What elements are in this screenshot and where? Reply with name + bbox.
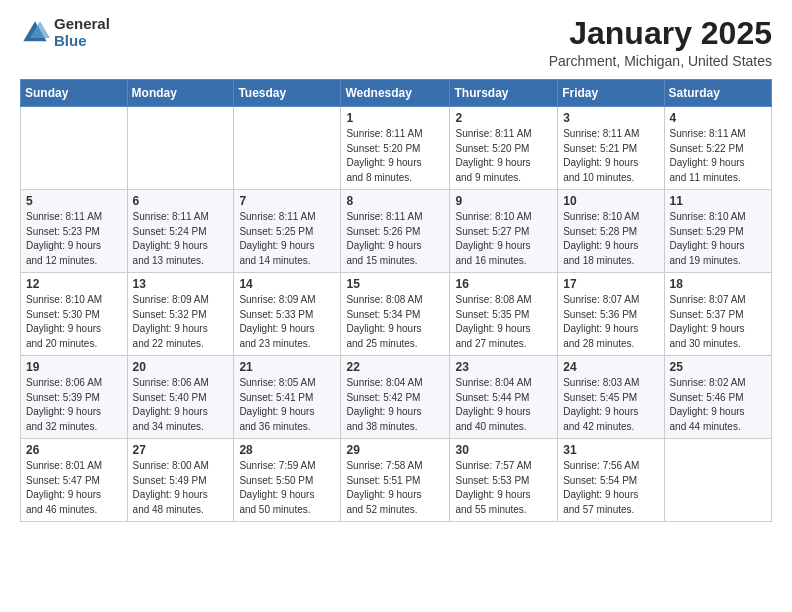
calendar-table: SundayMondayTuesdayWednesdayThursdayFrid… bbox=[20, 79, 772, 522]
calendar-cell bbox=[664, 439, 771, 522]
day-number: 2 bbox=[455, 111, 552, 125]
day-info: Sunrise: 8:11 AM Sunset: 5:20 PM Dayligh… bbox=[455, 127, 552, 185]
day-info: Sunrise: 8:11 AM Sunset: 5:20 PM Dayligh… bbox=[346, 127, 444, 185]
calendar-cell: 14Sunrise: 8:09 AM Sunset: 5:33 PM Dayli… bbox=[234, 273, 341, 356]
logo: General Blue bbox=[20, 16, 110, 49]
day-of-week-header: Thursday bbox=[450, 80, 558, 107]
day-number: 24 bbox=[563, 360, 658, 374]
day-of-week-header: Friday bbox=[558, 80, 664, 107]
day-number: 16 bbox=[455, 277, 552, 291]
day-info: Sunrise: 8:11 AM Sunset: 5:24 PM Dayligh… bbox=[133, 210, 229, 268]
calendar-cell: 13Sunrise: 8:09 AM Sunset: 5:32 PM Dayli… bbox=[127, 273, 234, 356]
day-info: Sunrise: 8:11 AM Sunset: 5:25 PM Dayligh… bbox=[239, 210, 335, 268]
location-title: Parchment, Michigan, United States bbox=[549, 53, 772, 69]
logo-blue-text: Blue bbox=[54, 33, 110, 50]
calendar-cell: 26Sunrise: 8:01 AM Sunset: 5:47 PM Dayli… bbox=[21, 439, 128, 522]
header: General Blue January 2025 Parchment, Mic… bbox=[20, 16, 772, 69]
day-info: Sunrise: 8:09 AM Sunset: 5:32 PM Dayligh… bbox=[133, 293, 229, 351]
day-info: Sunrise: 7:56 AM Sunset: 5:54 PM Dayligh… bbox=[563, 459, 658, 517]
calendar-cell: 16Sunrise: 8:08 AM Sunset: 5:35 PM Dayli… bbox=[450, 273, 558, 356]
day-info: Sunrise: 8:09 AM Sunset: 5:33 PM Dayligh… bbox=[239, 293, 335, 351]
calendar-cell: 7Sunrise: 8:11 AM Sunset: 5:25 PM Daylig… bbox=[234, 190, 341, 273]
calendar-cell: 2Sunrise: 8:11 AM Sunset: 5:20 PM Daylig… bbox=[450, 107, 558, 190]
day-info: Sunrise: 8:05 AM Sunset: 5:41 PM Dayligh… bbox=[239, 376, 335, 434]
day-number: 25 bbox=[670, 360, 766, 374]
day-number: 3 bbox=[563, 111, 658, 125]
day-info: Sunrise: 8:07 AM Sunset: 5:36 PM Dayligh… bbox=[563, 293, 658, 351]
day-info: Sunrise: 8:11 AM Sunset: 5:23 PM Dayligh… bbox=[26, 210, 122, 268]
day-number: 4 bbox=[670, 111, 766, 125]
title-block: January 2025 Parchment, Michigan, United… bbox=[549, 16, 772, 69]
calendar-cell: 22Sunrise: 8:04 AM Sunset: 5:42 PM Dayli… bbox=[341, 356, 450, 439]
day-number: 10 bbox=[563, 194, 658, 208]
day-number: 5 bbox=[26, 194, 122, 208]
logo-icon bbox=[20, 18, 50, 48]
calendar-cell: 27Sunrise: 8:00 AM Sunset: 5:49 PM Dayli… bbox=[127, 439, 234, 522]
day-info: Sunrise: 8:04 AM Sunset: 5:44 PM Dayligh… bbox=[455, 376, 552, 434]
day-number: 1 bbox=[346, 111, 444, 125]
calendar-week-row: 19Sunrise: 8:06 AM Sunset: 5:39 PM Dayli… bbox=[21, 356, 772, 439]
calendar-cell: 8Sunrise: 8:11 AM Sunset: 5:26 PM Daylig… bbox=[341, 190, 450, 273]
calendar-cell bbox=[234, 107, 341, 190]
day-info: Sunrise: 7:59 AM Sunset: 5:50 PM Dayligh… bbox=[239, 459, 335, 517]
day-number: 17 bbox=[563, 277, 658, 291]
calendar-cell: 5Sunrise: 8:11 AM Sunset: 5:23 PM Daylig… bbox=[21, 190, 128, 273]
calendar-cell: 21Sunrise: 8:05 AM Sunset: 5:41 PM Dayli… bbox=[234, 356, 341, 439]
calendar-cell: 15Sunrise: 8:08 AM Sunset: 5:34 PM Dayli… bbox=[341, 273, 450, 356]
day-number: 30 bbox=[455, 443, 552, 457]
day-number: 29 bbox=[346, 443, 444, 457]
calendar-cell: 28Sunrise: 7:59 AM Sunset: 5:50 PM Dayli… bbox=[234, 439, 341, 522]
day-number: 20 bbox=[133, 360, 229, 374]
day-info: Sunrise: 8:06 AM Sunset: 5:39 PM Dayligh… bbox=[26, 376, 122, 434]
calendar-cell: 17Sunrise: 8:07 AM Sunset: 5:36 PM Dayli… bbox=[558, 273, 664, 356]
calendar-cell: 19Sunrise: 8:06 AM Sunset: 5:39 PM Dayli… bbox=[21, 356, 128, 439]
day-number: 22 bbox=[346, 360, 444, 374]
calendar-week-row: 5Sunrise: 8:11 AM Sunset: 5:23 PM Daylig… bbox=[21, 190, 772, 273]
day-number: 12 bbox=[26, 277, 122, 291]
day-of-week-header: Sunday bbox=[21, 80, 128, 107]
day-number: 18 bbox=[670, 277, 766, 291]
day-info: Sunrise: 8:11 AM Sunset: 5:26 PM Dayligh… bbox=[346, 210, 444, 268]
day-info: Sunrise: 8:11 AM Sunset: 5:22 PM Dayligh… bbox=[670, 127, 766, 185]
logo-general-text: General bbox=[54, 16, 110, 33]
calendar-cell: 6Sunrise: 8:11 AM Sunset: 5:24 PM Daylig… bbox=[127, 190, 234, 273]
day-info: Sunrise: 8:11 AM Sunset: 5:21 PM Dayligh… bbox=[563, 127, 658, 185]
day-number: 8 bbox=[346, 194, 444, 208]
day-info: Sunrise: 8:10 AM Sunset: 5:30 PM Dayligh… bbox=[26, 293, 122, 351]
calendar-cell: 18Sunrise: 8:07 AM Sunset: 5:37 PM Dayli… bbox=[664, 273, 771, 356]
calendar-week-row: 12Sunrise: 8:10 AM Sunset: 5:30 PM Dayli… bbox=[21, 273, 772, 356]
day-number: 26 bbox=[26, 443, 122, 457]
day-number: 11 bbox=[670, 194, 766, 208]
day-number: 19 bbox=[26, 360, 122, 374]
day-info: Sunrise: 7:57 AM Sunset: 5:53 PM Dayligh… bbox=[455, 459, 552, 517]
calendar-week-row: 1Sunrise: 8:11 AM Sunset: 5:20 PM Daylig… bbox=[21, 107, 772, 190]
calendar-cell: 20Sunrise: 8:06 AM Sunset: 5:40 PM Dayli… bbox=[127, 356, 234, 439]
day-of-week-header: Saturday bbox=[664, 80, 771, 107]
day-of-week-header: Wednesday bbox=[341, 80, 450, 107]
day-info: Sunrise: 8:07 AM Sunset: 5:37 PM Dayligh… bbox=[670, 293, 766, 351]
day-number: 31 bbox=[563, 443, 658, 457]
calendar-cell: 3Sunrise: 8:11 AM Sunset: 5:21 PM Daylig… bbox=[558, 107, 664, 190]
calendar-cell: 23Sunrise: 8:04 AM Sunset: 5:44 PM Dayli… bbox=[450, 356, 558, 439]
day-info: Sunrise: 8:10 AM Sunset: 5:28 PM Dayligh… bbox=[563, 210, 658, 268]
day-of-week-header: Monday bbox=[127, 80, 234, 107]
logo-text: General Blue bbox=[54, 16, 110, 49]
day-number: 23 bbox=[455, 360, 552, 374]
day-of-week-header: Tuesday bbox=[234, 80, 341, 107]
calendar-cell: 9Sunrise: 8:10 AM Sunset: 5:27 PM Daylig… bbox=[450, 190, 558, 273]
day-info: Sunrise: 8:00 AM Sunset: 5:49 PM Dayligh… bbox=[133, 459, 229, 517]
calendar-week-row: 26Sunrise: 8:01 AM Sunset: 5:47 PM Dayli… bbox=[21, 439, 772, 522]
day-number: 27 bbox=[133, 443, 229, 457]
calendar-cell: 24Sunrise: 8:03 AM Sunset: 5:45 PM Dayli… bbox=[558, 356, 664, 439]
calendar-cell: 4Sunrise: 8:11 AM Sunset: 5:22 PM Daylig… bbox=[664, 107, 771, 190]
day-number: 6 bbox=[133, 194, 229, 208]
calendar-cell: 25Sunrise: 8:02 AM Sunset: 5:46 PM Dayli… bbox=[664, 356, 771, 439]
day-number: 9 bbox=[455, 194, 552, 208]
day-number: 13 bbox=[133, 277, 229, 291]
month-title: January 2025 bbox=[549, 16, 772, 51]
day-info: Sunrise: 8:03 AM Sunset: 5:45 PM Dayligh… bbox=[563, 376, 658, 434]
day-info: Sunrise: 8:10 AM Sunset: 5:29 PM Dayligh… bbox=[670, 210, 766, 268]
day-number: 15 bbox=[346, 277, 444, 291]
calendar-cell: 10Sunrise: 8:10 AM Sunset: 5:28 PM Dayli… bbox=[558, 190, 664, 273]
calendar-header-row: SundayMondayTuesdayWednesdayThursdayFrid… bbox=[21, 80, 772, 107]
